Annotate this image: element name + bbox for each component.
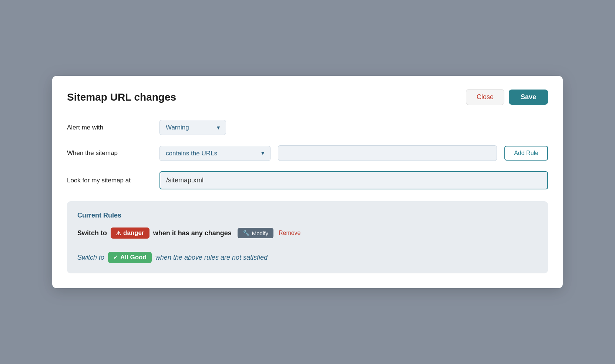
sitemap-label: Look for my sitemap at: [67, 177, 152, 184]
condition-select[interactable]: contains the URLs does not contain the U…: [159, 146, 270, 161]
rule-suffix: when it has any changes: [153, 229, 232, 237]
sitemap-url-changes-modal: Sitemap URL changes Close Save Alert me …: [52, 76, 563, 288]
modify-button[interactable]: 🔧 Modify: [238, 228, 273, 238]
condition-row: When the sitemap contains the URLs does …: [67, 145, 548, 161]
alert-select-wrapper: Warning Danger Info ▼: [159, 120, 226, 135]
default-rule-suffix: when the above rules are not satisfied: [155, 254, 268, 262]
modal-backdrop: Sitemap URL changes Close Save Alert me …: [0, 0, 615, 364]
allgood-badge: ✓ All Good: [108, 252, 152, 263]
condition-url-input[interactable]: [278, 145, 497, 161]
modal-header: Sitemap URL changes Close Save: [67, 89, 548, 105]
danger-badge-label: danger: [123, 229, 144, 237]
default-rule-prefix: Switch to: [77, 254, 104, 262]
close-button[interactable]: Close: [466, 89, 504, 105]
current-rules-section: Current Rules Switch to ⚠ danger when it…: [67, 201, 548, 273]
rule-row: Switch to ⚠ danger when it has any chang…: [77, 228, 538, 239]
alert-select[interactable]: Warning Danger Info: [159, 120, 226, 135]
allgood-badge-label: All Good: [120, 254, 147, 261]
rule-prefix: Switch to: [77, 229, 107, 237]
wrench-icon: 🔧: [243, 230, 250, 236]
sitemap-row: Look for my sitemap at: [67, 171, 548, 189]
remove-button[interactable]: Remove: [277, 228, 302, 238]
current-rules-title: Current Rules: [77, 212, 538, 219]
save-button[interactable]: Save: [509, 90, 548, 105]
danger-badge: ⚠ danger: [111, 228, 149, 239]
modal-title: Sitemap URL changes: [67, 91, 176, 103]
sitemap-input[interactable]: [159, 171, 548, 189]
check-icon: ✓: [113, 254, 118, 261]
alert-label: Alert me with: [67, 124, 152, 131]
warning-icon: ⚠: [116, 230, 121, 237]
modify-label: Modify: [252, 230, 268, 236]
condition-select-wrapper: contains the URLs does not contain the U…: [159, 146, 270, 161]
alert-row: Alert me with Warning Danger Info ▼: [67, 120, 548, 135]
add-rule-button[interactable]: Add Rule: [504, 146, 548, 161]
default-rule-row: Switch to ✓ All Good when the above rule…: [77, 252, 538, 263]
condition-label: When the sitemap: [67, 149, 152, 157]
header-buttons: Close Save: [466, 89, 548, 105]
